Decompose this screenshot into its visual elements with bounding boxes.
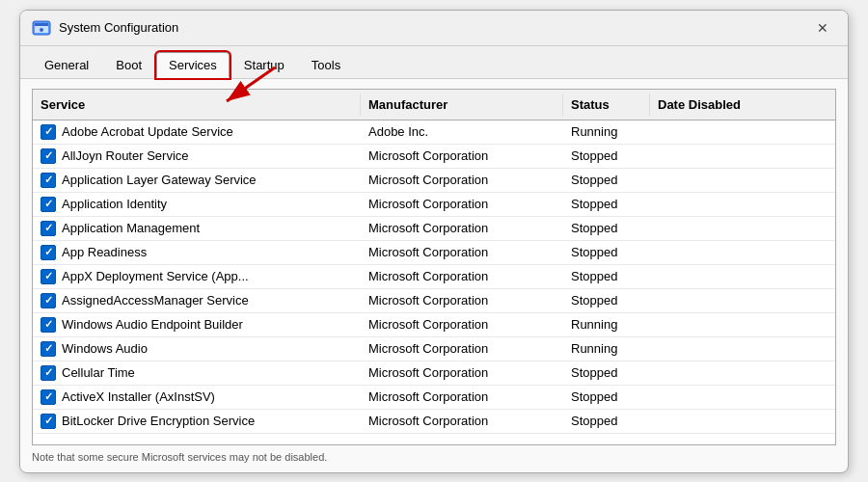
table-row[interactable]: AssignedAccessManager ServiceMicrosoft C… xyxy=(33,289,835,313)
table-body[interactable]: Adobe Acrobat Update ServiceAdobe Inc.Ru… xyxy=(33,120,835,444)
date-disabled-cell xyxy=(650,217,835,240)
service-name: Windows Audio xyxy=(62,341,148,356)
service-checkbox[interactable] xyxy=(41,173,56,188)
status-cell: Stopped xyxy=(563,241,650,264)
service-cell: Application Management xyxy=(33,217,361,240)
service-checkbox[interactable] xyxy=(41,317,56,333)
table-row[interactable]: Application IdentityMicrosoft Corporatio… xyxy=(33,193,835,217)
table-header: Service Manufacturer Status Date Disable… xyxy=(33,90,835,120)
date-disabled-cell xyxy=(650,313,835,336)
status-cell: Stopped xyxy=(563,193,650,216)
service-name: Adobe Acrobat Update Service xyxy=(62,124,233,139)
service-name: ActiveX Installer (AxInstSV) xyxy=(62,389,215,404)
service-cell: Adobe Acrobat Update Service xyxy=(33,120,361,144)
service-checkbox[interactable] xyxy=(41,414,56,429)
table-row[interactable]: Windows Audio Endpoint BuilderMicrosoft … xyxy=(33,313,835,337)
manufacturer-cell: Microsoft Corporation xyxy=(361,337,563,361)
service-name: BitLocker Drive Encryption Service xyxy=(62,414,255,428)
date-disabled-cell xyxy=(650,386,835,409)
manufacturer-cell: Microsoft Corporation xyxy=(361,313,563,336)
date-disabled-cell xyxy=(650,337,835,361)
date-disabled-cell xyxy=(650,241,835,264)
col-date-disabled: Date Disabled xyxy=(650,94,835,116)
footer-note: Note that some secure Microsoft services… xyxy=(32,451,836,463)
services-table: Service Manufacturer Status Date Disable… xyxy=(32,89,836,445)
svg-point-5 xyxy=(40,28,43,32)
tab-boot[interactable]: Boot xyxy=(103,52,154,78)
table-row[interactable]: AllJoyn Router ServiceMicrosoft Corporat… xyxy=(33,145,835,169)
manufacturer-cell: Microsoft Corporation xyxy=(361,362,563,385)
service-cell: AllJoyn Router Service xyxy=(33,145,361,168)
service-cell: AppX Deployment Service (App... xyxy=(33,265,361,288)
manufacturer-cell: Microsoft Corporation xyxy=(361,410,563,433)
service-cell: Windows Audio Endpoint Builder xyxy=(33,313,361,336)
svg-rect-4 xyxy=(35,23,48,26)
table-row[interactable]: ActiveX Installer (AxInstSV)Microsoft Co… xyxy=(33,386,835,410)
service-checkbox[interactable] xyxy=(41,293,56,308)
tab-general[interactable]: General xyxy=(32,52,101,78)
status-cell: Stopped xyxy=(563,265,650,288)
date-disabled-cell xyxy=(650,145,835,168)
service-cell: Windows Audio xyxy=(33,337,361,361)
service-cell: Application Layer Gateway Service xyxy=(33,169,361,192)
date-disabled-cell xyxy=(650,169,835,192)
date-disabled-cell xyxy=(650,265,835,288)
service-cell: Application Identity xyxy=(33,193,361,216)
service-checkbox[interactable] xyxy=(41,124,56,140)
tabs-bar: General Boot Services Startup Tools xyxy=(20,46,848,79)
window-title: System Configuration xyxy=(59,20,178,35)
tab-services[interactable]: Services xyxy=(156,52,230,78)
tab-startup[interactable]: Startup xyxy=(231,52,297,78)
service-cell: BitLocker Drive Encryption Service xyxy=(33,410,361,433)
system-configuration-window: System Configuration ✕ General Boot Serv… xyxy=(19,10,849,473)
service-checkbox[interactable] xyxy=(41,197,56,212)
service-checkbox[interactable] xyxy=(41,245,56,260)
status-cell: Running xyxy=(563,313,650,336)
service-checkbox[interactable] xyxy=(41,221,56,236)
col-manufacturer: Manufacturer xyxy=(361,94,563,116)
status-cell: Running xyxy=(563,120,650,144)
service-name: AllJoyn Router Service xyxy=(62,148,189,163)
table-row[interactable]: BitLocker Drive Encryption ServiceMicros… xyxy=(33,410,835,434)
status-cell: Stopped xyxy=(563,169,650,192)
col-service: Service xyxy=(33,94,361,116)
table-row[interactable]: Adobe Acrobat Update ServiceAdobe Inc.Ru… xyxy=(33,120,835,145)
close-button[interactable]: ✕ xyxy=(809,18,836,38)
status-cell: Stopped xyxy=(563,362,650,385)
manufacturer-cell: Microsoft Corporation xyxy=(361,145,563,168)
manufacturer-cell: Microsoft Corporation xyxy=(361,386,563,409)
date-disabled-cell xyxy=(650,120,835,144)
table-row[interactable]: Application Layer Gateway ServiceMicroso… xyxy=(33,169,835,193)
service-name: Application Identity xyxy=(62,197,167,211)
service-checkbox[interactable] xyxy=(41,148,56,164)
service-checkbox[interactable] xyxy=(41,341,56,357)
manufacturer-cell: Microsoft Corporation xyxy=(361,217,563,240)
service-name: Application Layer Gateway Service xyxy=(62,173,257,187)
service-checkbox[interactable] xyxy=(41,365,56,381)
date-disabled-cell xyxy=(650,289,835,312)
title-bar-left: System Configuration xyxy=(32,18,178,38)
status-cell: Stopped xyxy=(563,289,650,312)
manufacturer-cell: Adobe Inc. xyxy=(361,120,563,144)
status-cell: Stopped xyxy=(563,145,650,168)
table-row[interactable]: Windows AudioMicrosoft CorporationRunnin… xyxy=(33,337,835,362)
app-icon xyxy=(32,18,51,38)
service-cell: App Readiness xyxy=(33,241,361,264)
service-cell: Cellular Time xyxy=(33,362,361,385)
table-row[interactable]: Application ManagementMicrosoft Corporat… xyxy=(33,217,835,241)
service-name: AppX Deployment Service (App... xyxy=(62,269,249,283)
service-checkbox[interactable] xyxy=(41,269,56,284)
service-name: App Readiness xyxy=(62,245,147,259)
service-checkbox[interactable] xyxy=(41,389,56,405)
table-row[interactable]: Cellular TimeMicrosoft CorporationStoppe… xyxy=(33,362,835,386)
table-row[interactable]: AppX Deployment Service (App...Microsoft… xyxy=(33,265,835,289)
tab-tools[interactable]: Tools xyxy=(299,52,353,78)
title-bar: System Configuration ✕ xyxy=(20,11,848,46)
service-cell: AssignedAccessManager Service xyxy=(33,289,361,312)
manufacturer-cell: Microsoft Corporation xyxy=(361,289,563,312)
table-row[interactable]: App ReadinessMicrosoft CorporationStoppe… xyxy=(33,241,835,265)
service-name: AssignedAccessManager Service xyxy=(62,293,249,308)
manufacturer-cell: Microsoft Corporation xyxy=(361,241,563,264)
status-cell: Stopped xyxy=(563,386,650,409)
manufacturer-cell: Microsoft Corporation xyxy=(361,265,563,288)
